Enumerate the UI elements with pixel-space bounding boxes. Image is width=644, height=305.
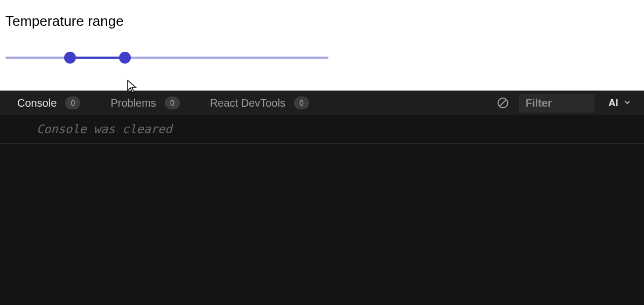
slider-rail [5,57,328,59]
console-row: Console was cleared [0,115,644,144]
svg-line-1 [500,100,506,106]
clear-console-icon[interactable] [496,96,509,109]
tab-console[interactable]: Console 0 [17,96,80,109]
tab-badge: 0 [65,96,80,109]
tab-badge: 0 [165,96,180,109]
range-slider[interactable] [5,51,328,64]
content-area: Temperature range [0,0,644,91]
devtools-tabbar: Console 0 Problems 0 React DevTools 0 [0,91,644,115]
tab-problems[interactable]: Problems 0 [110,96,179,109]
tab-badge: 0 [294,96,309,109]
chevron-down-icon [624,98,631,109]
filter-input[interactable] [519,94,594,113]
slider-thumb-high[interactable] [119,52,131,64]
console-body: Console was cleared [0,115,644,305]
log-level-dropdown[interactable]: Al [604,95,635,111]
tab-react-devtools[interactable]: React DevTools 0 [210,96,309,109]
slider-track [70,57,125,59]
devtools-panel: Console 0 Problems 0 React DevTools 0 [0,91,644,305]
slider-thumb-low[interactable] [64,52,76,64]
slider-label: Temperature range [5,13,639,30]
console-cleared-message: Console was cleared [37,122,172,136]
tab-label: React DevTools [210,97,285,109]
tab-label: Console [17,97,57,109]
level-label: Al [608,98,618,109]
tab-label: Problems [110,97,156,109]
